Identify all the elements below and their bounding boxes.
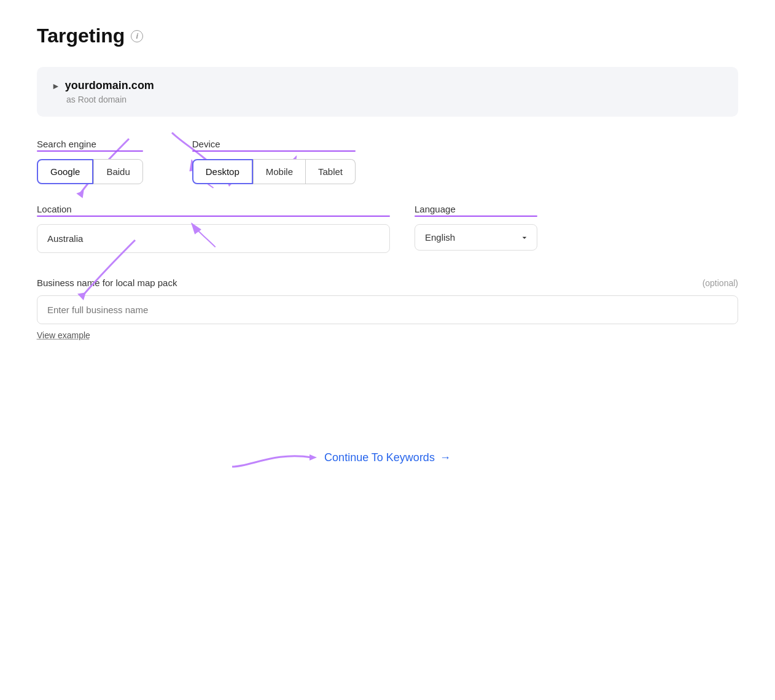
desktop-button[interactable]: Desktop <box>192 159 253 184</box>
domain-card: ► yourdomain.com as Root domain <box>37 67 738 117</box>
language-select[interactable]: English Spanish French German Chinese <box>415 224 537 251</box>
continue-button[interactable]: Continue To Keywords → <box>324 451 451 464</box>
business-header: Business name for local map pack (option… <box>37 278 738 288</box>
search-engine-buttons: Google Baidu <box>37 159 143 184</box>
language-label: Language <box>415 204 537 217</box>
location-label: Location <box>37 204 390 217</box>
business-label: Business name for local map pack <box>37 278 177 288</box>
svg-marker-3 <box>76 190 86 200</box>
search-device-row: Search engine Google Baidu Device Deskto… <box>37 139 738 184</box>
continue-wrapper: Continue To Keywords → <box>37 451 738 464</box>
domain-subtitle: as Root domain <box>66 95 723 104</box>
continue-arrow-icon: → <box>440 451 451 464</box>
google-button[interactable]: Google <box>37 159 93 184</box>
search-engine-label: Search engine <box>37 139 143 152</box>
tablet-button[interactable]: Tablet <box>306 159 356 184</box>
svg-marker-6 <box>310 454 317 461</box>
device-group: Device Desktop Mobile Tablet <box>192 139 356 184</box>
info-icon[interactable]: i <box>131 30 143 42</box>
page-title: Targeting <box>37 25 125 47</box>
continue-inner: Continue To Keywords → <box>324 451 451 464</box>
location-input[interactable] <box>37 224 390 253</box>
business-input[interactable] <box>37 295 738 324</box>
optional-label: (optional) <box>703 278 738 288</box>
language-group: Language English Spanish French German C… <box>415 204 537 251</box>
domain-name: yourdomain.com <box>65 79 154 92</box>
continue-label: Continue To Keywords <box>324 451 435 464</box>
location-group: Location <box>37 204 390 253</box>
chevron-right-icon[interactable]: ► <box>52 81 60 91</box>
location-language-row: Location Language English Spanish French… <box>37 204 738 253</box>
mobile-button[interactable]: Mobile <box>253 159 306 184</box>
baidu-button[interactable]: Baidu <box>93 159 142 184</box>
device-buttons: Desktop Mobile Tablet <box>192 159 356 184</box>
view-example-link[interactable]: View example <box>37 330 90 340</box>
search-engine-group: Search engine Google Baidu <box>37 139 143 184</box>
device-label: Device <box>192 139 356 152</box>
business-section: Business name for local map pack (option… <box>37 278 738 341</box>
